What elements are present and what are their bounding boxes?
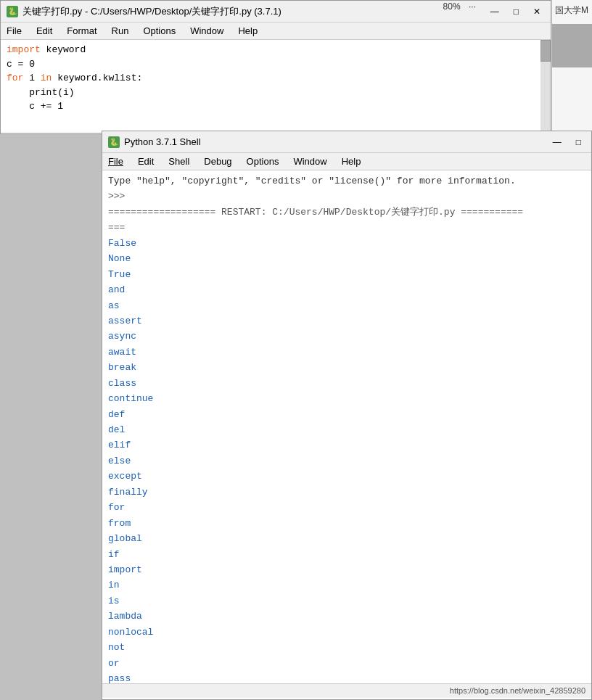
shell-menu-options[interactable]: Options [244, 155, 282, 168]
keyword-item: as [108, 298, 585, 313]
editor-scrollbar[interactable] [540, 40, 551, 134]
shell-menu-file[interactable]: File [105, 155, 126, 168]
editor-menu-options[interactable]: Options [140, 24, 178, 38]
keyword-item: nonlocal [108, 625, 585, 640]
shell-titlebar: 🐍 Python 3.7.1 Shell — □ [102, 131, 591, 153]
zoom-level: 80% ··· [443, 1, 476, 12]
keyword-item: def [108, 407, 585, 422]
keyword-item: import [108, 562, 585, 577]
editor-menu-run[interactable]: Run [109, 24, 132, 38]
keyword-item: None [108, 251, 585, 266]
shell-prompt1: >>> [108, 189, 585, 204]
shell-menu-edit[interactable]: Edit [135, 155, 157, 168]
shell-restart-text: =================== RESTART: C:/Users/HW… [108, 207, 523, 218]
editor-scrollbar-thumb[interactable] [540, 40, 551, 62]
ellipsis-icon: ··· [469, 1, 476, 12]
shell-restart-line: =================== RESTART: C:/Users/HW… [108, 205, 585, 220]
keywords-list: FalseNoneTrueandasassertasyncawaitbreakc… [108, 236, 585, 698]
keyword-item: await [108, 345, 585, 360]
keyword-item: continue [108, 391, 585, 406]
code-line-3: for i in keyword.kwlist: [7, 71, 545, 86]
editor-menu-file[interactable]: File [4, 24, 25, 38]
keyword-item: assert [108, 313, 585, 329]
editor-content: import keyword c = 0 for i in keyword.kw… [1, 40, 551, 132]
shell-maximize-button[interactable]: □ [572, 136, 585, 149]
keyword-item: break [108, 360, 585, 375]
right-panel-text: 国大学M [552, 0, 592, 21]
keyword-item: global [108, 531, 585, 546]
editor-title-left: 🐍 关键字打印.py - C:/Users/HWP/Desktop/关键字打印.… [7, 5, 281, 18]
code-line-2: c = 0 [7, 57, 545, 72]
keyword-item: lambda [108, 609, 585, 624]
shell-minimize-button[interactable]: — [548, 136, 566, 149]
editor-minimize-button[interactable]: — [486, 5, 503, 18]
keyword-item: and [108, 282, 585, 297]
shell-menu-window[interactable]: Window [290, 155, 329, 168]
editor-maximize-button[interactable]: □ [509, 5, 523, 18]
keyword-item: or [108, 656, 585, 671]
code-line-1: import keyword [7, 43, 545, 57]
shell-title-left: 🐍 Python 3.7.1 Shell [108, 136, 201, 148]
right-panel-decoration [552, 24, 592, 67]
shell-status-bar: https://blog.csdn.net/weixin_42859280 [102, 683, 591, 698]
editor-menu-edit[interactable]: Edit [33, 24, 55, 38]
keyword-item: class [108, 376, 585, 391]
keyword-item: except [108, 469, 585, 484]
editor-menu-window[interactable]: Window [187, 24, 226, 38]
shell-restart-equals: === [108, 220, 585, 235]
shell-welcome: Type "help", "copyright", "credits" or "… [108, 173, 585, 189]
shell-status-url: https://blog.csdn.net/weixin_42859280 [450, 684, 585, 697]
keyword-item: False [108, 236, 585, 251]
keyword-item: else [108, 453, 585, 469]
shell-menubar: File Edit Shell Debug Options Window Hel… [102, 153, 591, 170]
shell-menu-help[interactable]: Help [339, 155, 364, 168]
shell-title-text: Python 3.7.1 Shell [124, 136, 201, 147]
keyword-item: elif [108, 437, 585, 453]
editor-window: 🐍 关键字打印.py - C:/Users/HWP/Desktop/关键字打印.… [0, 0, 551, 134]
keyword-item: True [108, 267, 585, 282]
editor-close-button[interactable]: ✕ [529, 5, 545, 18]
keyword-item: not [108, 640, 585, 655]
keyword-item: for [108, 500, 585, 515]
keyword-item: is [108, 593, 585, 609]
shell-menu-shell[interactable]: Shell [165, 155, 192, 168]
shell-prompt1-text: >>> [108, 191, 125, 202]
editor-titlebar-controls: — □ ✕ [486, 5, 545, 18]
keyword-item: in [108, 577, 585, 593]
code-line-4: print(i) [7, 86, 545, 100]
shell-menu-debug[interactable]: Debug [201, 155, 234, 168]
editor-menu-format[interactable]: Format [64, 24, 99, 38]
editor-icon: 🐍 [7, 6, 18, 17]
editor-title-text: 关键字打印.py - C:/Users/HWP/Desktop/关键字打印.py… [22, 5, 281, 18]
shell-restart-equals-text: === [108, 222, 125, 233]
keyword-item: from [108, 516, 585, 531]
code-line-5: c += 1 [7, 99, 545, 114]
keyword-item: del [108, 422, 585, 437]
shell-icon: 🐍 [108, 136, 120, 148]
editor-icon-label: 🐍 [8, 7, 17, 15]
right-panel-label: 国大学M [555, 5, 588, 15]
right-panel: 国大学M [551, 0, 592, 134]
shell-window: 🐍 Python 3.7.1 Shell — □ File Edit Shell… [102, 131, 592, 700]
zoom-percent: 80% [443, 1, 461, 12]
keyword-item: async [108, 329, 585, 344]
shell-welcome-text: Type "help", "copyright", "credits" or "… [108, 176, 516, 186]
shell-content: Type "help", "copyright", "credits" or "… [102, 170, 591, 698]
editor-menubar: File Edit Format Run Options Window Help [1, 22, 551, 40]
shell-titlebar-controls: — □ [548, 136, 585, 149]
keyword-item: finally [108, 485, 585, 500]
keyword-item: if [108, 547, 585, 562]
editor-menu-help[interactable]: Help [235, 24, 260, 38]
